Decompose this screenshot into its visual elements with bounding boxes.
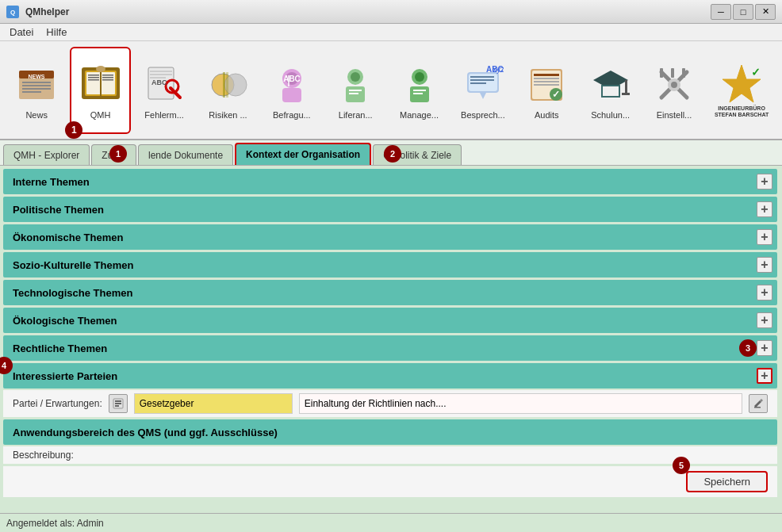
section-sozio-add[interactable]: + [757,257,772,273]
interessierte-add[interactable]: + [757,368,772,384]
partei-input[interactable] [134,393,293,414]
section-oekonomische-add[interactable]: + [757,229,772,245]
svg-rect-17 [102,77,113,78]
svg-rect-56 [534,78,559,79]
anwendungsbereich-label: Anwendungsbereich des QMS (und ggf. Auss… [13,427,278,438]
svg-rect-7 [22,88,51,90]
svg-rect-76 [115,400,121,402]
fehlerm-icon: ABC [140,61,188,109]
svg-rect-6 [22,85,51,86]
section-interne-label: Interne Themen [13,176,90,188]
ui-badge-2: 2 [384,145,401,163]
svg-rect-64 [625,80,627,94]
svg-text:Q: Q [10,9,15,16]
main-content-wrapper: Interne Themen + Politische Themen + Öko… [0,166,782,513]
einstell-icon [650,61,698,109]
svg-rect-48 [470,79,494,81]
tab-kontext[interactable]: Kontext der Organisation [235,143,371,165]
tab-lende-dok[interactable]: lende Dokumente [138,144,233,165]
svg-text:✓: ✓ [552,89,560,100]
ui-badge-1: 1 [109,145,127,163]
fehlerm-label: Fehlerm... [144,110,184,120]
svg-rect-63 [603,86,619,96]
tab-qmh-explorer[interactable]: QMH - Explorer [3,144,90,165]
section-sozio[interactable]: Sozio-Kulturelle Themen + [3,252,777,277]
anwendungsbereich-header[interactable]: Anwendungsbereich des QMS (und ggf. Auss… [3,419,777,445]
svg-rect-71 [671,68,674,78]
maximize-button[interactable]: □ [733,4,753,20]
toolbar-fehlerm[interactable]: ABC Fehlerm... [134,47,194,134]
section-interne-add[interactable]: + [757,174,772,189]
einstell-label: Einstell... [657,110,692,120]
section-oekologische-label: Ökologische Themen [13,315,117,327]
toolbar-news[interactable]: NEWS News [6,47,67,134]
status-text: Angemeldet als: Admin [6,518,104,529]
partei-icon-btn[interactable] [109,394,128,413]
ui-badge-4: 4 [0,357,13,374]
toolbar-audits[interactable]: ✓ Audits [516,47,577,134]
svg-rect-70 [660,68,663,78]
window-controls: ─ □ ✕ [711,4,776,20]
interessierte-header[interactable]: Interessierte Parteien + 4 [3,363,777,388]
menu-hilfe[interactable]: Hilfe [40,25,73,40]
risiken-label: Risiken ... [209,110,247,120]
ui-badge-5: 5 [673,457,690,474]
save-button[interactable]: Speichern [686,471,768,492]
toolbar-qmh[interactable]: QMH 1 [70,47,131,134]
expectation-input[interactable] [299,393,742,414]
svg-rect-58 [534,84,559,86]
minimize-button[interactable]: ─ [711,4,731,20]
toolbar-befragung[interactable]: ABC Befragu... [262,47,322,134]
toolbar-risiken[interactable]: Risiken ... [197,47,258,134]
menu-datei[interactable]: Datei [3,25,40,40]
close-button[interactable]: ✕ [755,4,776,20]
section-rechtliche[interactable]: Rechtliche Themen + 3 [3,335,777,361]
svg-point-42 [415,72,424,82]
toolbar-schulun[interactable]: Schulun... [580,47,640,134]
partei-label: Partei / Erwartungen: [13,398,102,409]
save-area: 5 Speichern [3,466,777,497]
section-oekonomische[interactable]: Ökonomische Themen + [3,224,777,250]
toolbar-lieferan[interactable]: Liferan... [325,47,385,134]
section-oekologische[interactable]: Ökologische Themen + [3,308,777,333]
svg-text:NEWS: NEWS [29,74,45,79]
svg-point-69 [671,82,677,88]
svg-point-19 [96,66,105,72]
svg-rect-14 [88,77,99,78]
toolbar-manage[interactable]: Manage... [389,47,449,134]
risiken-icon [204,61,251,109]
edit-icon-btn[interactable] [749,394,768,413]
befragung-label: Befragu... [273,110,311,120]
svg-text:ABC: ABC [151,78,167,86]
anwendungsbereich-section: Anwendungsbereich des QMS (und ggf. Auss… [3,419,777,464]
svg-text:xyz: xyz [493,65,504,74]
svg-rect-18 [102,79,113,81]
status-bar: Angemeldet als: Admin [0,513,782,532]
content-inner[interactable]: Interne Themen + Politische Themen + Öko… [0,166,782,513]
svg-rect-15 [88,79,99,81]
svg-point-37 [351,72,360,82]
section-technologische[interactable]: Technologische Themen + [3,280,777,305]
lieferan-icon [332,61,379,109]
section-oekonomische-label: Ökonomische Themen [13,232,123,243]
section-politische-add[interactable]: + [757,201,772,217]
svg-rect-72 [682,68,685,78]
section-politische[interactable]: Politische Themen + [3,197,777,222]
section-oekologische-add[interactable]: + [757,312,772,328]
ui-badge-3: 3 [739,339,757,357]
toolbar-einstell[interactable]: Einstell... [644,47,704,134]
section-technologische-add[interactable]: + [757,285,772,300]
anwendungsbereich-content: Beschreibung: [3,446,777,464]
lieferan-label: Liferan... [339,110,373,120]
section-rechtliche-add[interactable]: + [757,340,772,356]
toolbar-besprech[interactable]: ABC xyz Besprech... [453,47,513,134]
section-interne[interactable]: Interne Themen + [3,169,777,194]
ingenieur-text: INGENIEURBÜROSTEFAN BARSCHAT [715,105,769,119]
svg-rect-79 [754,407,761,408]
svg-rect-43 [413,90,426,91]
svg-text:✓: ✓ [751,66,761,78]
ingenieur-logo: ✓ INGENIEURBÜROSTEFAN BARSCHAT [715,62,769,119]
svg-rect-38 [349,90,362,91]
svg-rect-29 [226,72,228,98]
svg-text:ABC: ABC [283,75,301,83]
